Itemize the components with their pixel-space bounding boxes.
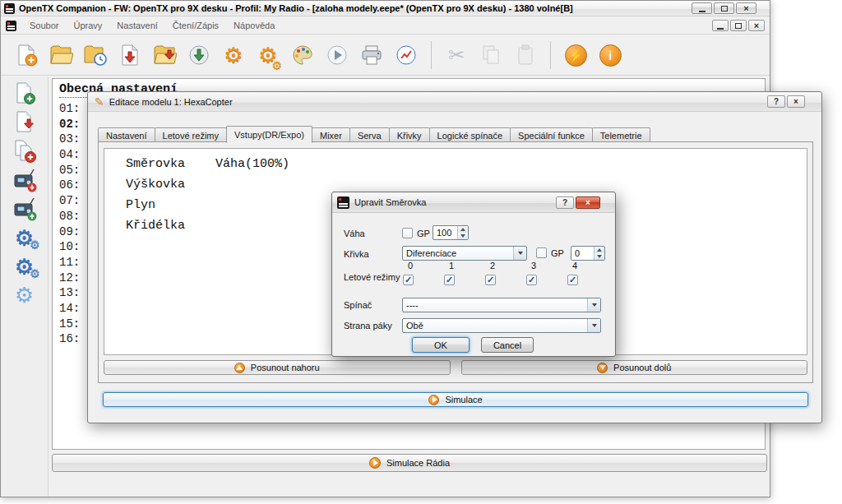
edit-settings-button[interactable]: ⚙ ⚙ [7, 252, 42, 280]
maximize-button[interactable] [714, 2, 734, 14]
dialog-help-button[interactable]: ? [556, 197, 574, 209]
check-icon: ✓ [405, 275, 412, 284]
weight-spinbox[interactable]: 100 [433, 225, 469, 240]
flight-mode-0-checkbox[interactable]: ✓ [403, 275, 414, 285]
curve-spin-buttons[interactable] [594, 247, 604, 260]
ok-button[interactable]: OK [412, 337, 470, 353]
recent-files-button[interactable] [80, 38, 111, 72]
save-file-button[interactable] [114, 38, 146, 72]
flight-mode-4-checkbox[interactable]: ✓ [567, 275, 578, 285]
model-row[interactable]: 03: [59, 132, 80, 148]
weight-spin-buttons[interactable] [457, 226, 468, 239]
curve-gp-checkbox[interactable] [536, 247, 547, 258]
dialog-titlebar[interactable]: Upravit Směrovka ? × [332, 192, 615, 213]
tab-krivky[interactable]: Křivky [389, 127, 430, 142]
copy-model-button[interactable] [7, 137, 42, 165]
model-row[interactable]: 09: [59, 225, 80, 241]
read-model-from-radio-button[interactable] [7, 195, 42, 223]
model-row[interactable]: 16: [59, 332, 80, 348]
simulate-radio-label: Simulace Rádia [386, 458, 450, 468]
tab-vstupy[interactable]: Vstupy(DR/Expo) [226, 126, 312, 143]
tab-telemetrie[interactable]: Telemetrie [592, 127, 650, 142]
move-down-button[interactable]: Posunout dolů [461, 360, 808, 375]
app-settings-button[interactable]: ⚙ [218, 38, 249, 72]
editor-help-button[interactable]: ? [767, 95, 785, 108]
tab-letove-rezimy[interactable]: Letové režimy [155, 127, 227, 142]
weight-gp-checkbox[interactable] [402, 228, 413, 238]
menu-upravy[interactable]: Úpravy [67, 19, 109, 32]
menu-cteni-zapis[interactable]: Čtení/Zápis [166, 19, 225, 32]
write-firmware-button[interactable]: ⚡ [560, 38, 591, 72]
model-row[interactable]: 08: [59, 210, 80, 225]
simulate-label: Simulace [445, 395, 482, 405]
input-row-smerovka[interactable]: SměrovkaVáha(100%) [104, 154, 807, 174]
model-row[interactable]: 10: [59, 240, 80, 256]
dropdown-arrow-zone [587, 319, 600, 332]
close-button[interactable]: × [736, 2, 756, 14]
add-model-button[interactable] [7, 80, 42, 108]
copy-button[interactable] [475, 38, 507, 72]
model-row[interactable]: 05: [59, 164, 80, 179]
model-row[interactable]: 12: [59, 271, 80, 287]
tab-mixer[interactable]: Mixer [312, 127, 350, 142]
check-icon: ✓ [528, 275, 535, 284]
model-row[interactable]: 01: [59, 102, 80, 118]
simulate-toolbar-button[interactable] [322, 38, 353, 72]
ok-label: OK [434, 340, 447, 350]
new-file-button[interactable] [11, 38, 42, 72]
open-model-button[interactable] [7, 109, 42, 136]
simulate-model-button[interactable]: Simulace [103, 392, 808, 407]
menu-soubor[interactable]: Soubor [23, 19, 65, 32]
menubar: Soubor Úpravy Nastavení Čtení/Zápis Nápo… [1, 17, 770, 35]
write-model-to-radio-button[interactable] [7, 166, 42, 194]
switch-dropdown[interactable]: ---- [402, 298, 601, 312]
mdi-restore-button[interactable] [730, 20, 747, 31]
model-row[interactable]: 04: [59, 148, 80, 164]
curve-gp-spinbox[interactable]: 0 [571, 246, 605, 261]
menu-napoveda[interactable]: Nápověda [227, 19, 281, 32]
read-write-radio-button[interactable] [183, 38, 215, 72]
simulate-radio-button[interactable]: Simulace Rádia [52, 454, 767, 472]
model-row[interactable]: 06: [59, 178, 80, 194]
model-row[interactable]: 02: [59, 118, 80, 133]
curve-dropdown[interactable]: Diferenciace [402, 246, 527, 261]
open-file-button[interactable] [45, 38, 76, 72]
dialog-close-button[interactable]: × [576, 197, 600, 209]
cut-button[interactable]: ✂ [441, 38, 472, 72]
flight-mode-1-checkbox[interactable]: ✓ [444, 275, 455, 285]
mdi-minimize-button[interactable] [712, 20, 729, 31]
stick-side-dropdown[interactable]: Obě [402, 318, 601, 333]
move-up-button[interactable]: Posunout nahoru [104, 360, 451, 375]
about-button[interactable]: i [594, 38, 626, 72]
editor-close-button[interactable]: × [787, 95, 805, 108]
paste-button[interactable] [510, 38, 541, 72]
tab-logicke-spinace[interactable]: Logické spínače [429, 127, 511, 142]
edit-splash-button[interactable] [287, 38, 318, 72]
model-row[interactable]: 11: [59, 256, 80, 271]
cancel-button[interactable]: Cancel [481, 337, 534, 353]
app-settings-gear-icon: ⚙ [224, 44, 243, 66]
model-row[interactable]: 07: [59, 194, 80, 210]
tab-serva[interactable]: Serva [349, 127, 390, 142]
hardware-settings-button[interactable]: ⚙ [7, 281, 42, 309]
print-button[interactable] [356, 38, 387, 72]
tab-nastaveni[interactable]: Nastavení [98, 127, 155, 142]
save-file-as-button[interactable] [149, 38, 180, 72]
radio-settings-button[interactable]: ⚙ ⚙ [252, 38, 284, 72]
menu-nastaveni[interactable]: Nastavení [110, 19, 164, 32]
model-row[interactable]: 15: [59, 317, 80, 333]
main-titlebar[interactable]: OpenTX Companion - FW: OpenTX pro 9X des… [1, 1, 770, 16]
flight-mode-1-label: 1 [449, 261, 454, 270]
model-row[interactable]: 13: [59, 286, 80, 302]
tab-specialni-funkce[interactable]: Speciální funkce [510, 127, 593, 142]
flight-mode-2-checkbox[interactable]: ✓ [485, 275, 496, 285]
model-wizard-button[interactable]: ⚙ ⚙ [7, 224, 42, 252]
read-model-from-radio-icon [12, 197, 37, 221]
mdi-close-button[interactable]: × [748, 20, 765, 31]
flight-mode-3-checkbox[interactable]: ✓ [526, 275, 537, 285]
check-icon: ✓ [446, 275, 453, 284]
model-row[interactable]: 14: [59, 302, 80, 317]
editor-titlebar[interactable]: ✎ Editace modelu 1: HexaCopter ? × [88, 92, 821, 112]
view-logs-button[interactable] [391, 38, 422, 72]
minimize-button[interactable] [692, 2, 712, 14]
